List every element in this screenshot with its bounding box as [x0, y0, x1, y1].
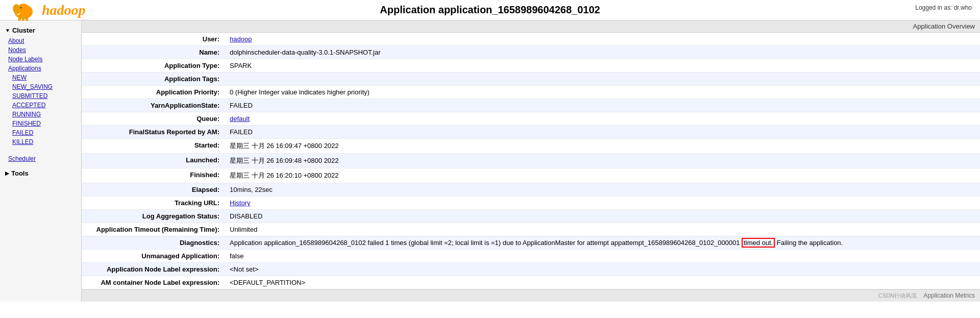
cluster-label: Cluster [12, 27, 35, 34]
page-title: Application application_1658989604268_01… [380, 4, 600, 16]
field-value: FAILED [225, 126, 980, 139]
field-value: FAILED [225, 99, 980, 112]
field-link[interactable]: default [230, 115, 250, 123]
table-row: YarnApplicationState:FAILED [82, 99, 980, 112]
table-row: Diagnostics:Application application_1658… [82, 236, 980, 250]
table-row: Launched:星期三 十月 26 16:09:48 +0800 2022 [82, 154, 980, 168]
field-label: Application Priority: [82, 86, 225, 99]
table-row: Application Timeout (Remaining Time):Unl… [82, 223, 980, 236]
field-value: DISABLED [225, 210, 980, 223]
field-value: default [225, 112, 980, 126]
sidebar-item-running[interactable]: RUNNING [0, 110, 81, 119]
tools-label: Tools [11, 169, 29, 177]
sidebar-item-accepted[interactable]: ACCEPTED [0, 101, 81, 110]
table-row: FinalStatus Reported by AM:FAILED [82, 126, 980, 139]
svg-rect-4 [18, 17, 21, 21]
field-label: FinalStatus Reported by AM: [82, 126, 225, 139]
hadoop-logo-icon [8, 0, 39, 23]
field-label: Name: [82, 46, 225, 59]
field-label: Started: [82, 139, 225, 154]
field-value: History [225, 197, 980, 210]
field-value: Unlimited [225, 223, 980, 236]
table-row: Elapsed:10mins, 22sec [82, 183, 980, 197]
sidebar-item-killed[interactable]: KILLED [0, 137, 81, 146]
sidebar-item-new-saving[interactable]: NEW_SAVING [0, 82, 81, 91]
field-label: Application Tags: [82, 72, 225, 86]
field-label: Finished: [82, 168, 225, 183]
field-value: <DEFAULT_PARTITION> [225, 276, 980, 289]
field-label: Tracking URL: [82, 197, 225, 210]
field-value: <Not set> [225, 263, 980, 276]
field-label: Application Node Label expression: [82, 263, 225, 276]
info-table: User:hadoopName:dolphinscheduler-data-qu… [82, 33, 980, 289]
footer-section: CSDN行动风流 Application Metrics [82, 289, 980, 302]
svg-rect-6 [26, 17, 28, 21]
field-value: hadoop [225, 33, 980, 46]
timed-out-highlight: timed out. [742, 238, 775, 248]
table-row: Log Aggregation Status:DISABLED [82, 210, 980, 223]
table-row: Tracking URL:History [82, 197, 980, 210]
table-row: Name:dolphinscheduler-data-quality-3.0.1… [82, 46, 980, 59]
table-row: Started:星期三 十月 26 16:09:47 +0800 2022 [82, 139, 980, 154]
field-label: User: [82, 33, 225, 46]
sidebar-item-new[interactable]: NEW [0, 73, 81, 82]
cluster-section: ▼ Cluster About Nodes Node Labels Applic… [0, 25, 81, 163]
field-link[interactable]: hadoop [230, 35, 252, 43]
field-value: 星期三 十月 26 16:09:48 +0800 2022 [225, 154, 980, 168]
sidebar: ▼ Cluster About Nodes Node Labels Applic… [0, 20, 82, 302]
main-content: Application Overview User:hadoopName:dol… [82, 20, 980, 302]
svg-point-2 [13, 4, 20, 13]
sidebar-item-submitted[interactable]: SUBMITTED [0, 91, 81, 101]
field-value: SPARK [225, 59, 980, 72]
sidebar-item-node-labels[interactable]: Node Labels [0, 55, 81, 64]
sidebar-item-about[interactable]: About [0, 36, 81, 45]
field-label: Log Aggregation Status: [82, 210, 225, 223]
page-header: hadoop Application application_165898960… [0, 0, 980, 20]
table-row: Queue:default [82, 112, 980, 126]
table-row: Finished:星期三 十月 26 16:20:10 +0800 2022 [82, 168, 980, 183]
field-label: Launched: [82, 154, 225, 168]
section-header: Application Overview [82, 20, 980, 33]
footer-note: CSDN行动风流 [878, 292, 917, 299]
field-value: Application application_1658989604268_01… [225, 236, 980, 250]
tools-arrow: ▶ [5, 170, 9, 176]
field-link[interactable]: History [230, 199, 250, 207]
svg-rect-5 [22, 17, 24, 21]
field-label: Queue: [82, 112, 225, 126]
cluster-section-title[interactable]: ▼ Cluster [0, 25, 81, 36]
logo-text: hadoop [42, 2, 86, 18]
field-value: dolphinscheduler-data-quality-3.0.1-SNAP… [225, 46, 980, 59]
field-label: Diagnostics: [82, 236, 225, 250]
field-label: AM container Node Label expression: [82, 276, 225, 289]
field-value: 星期三 十月 26 16:20:10 +0800 2022 [225, 168, 980, 183]
logo: hadoop [8, 0, 86, 23]
table-row: User:hadoop [82, 33, 980, 46]
tools-section-title[interactable]: ▶ Tools [0, 167, 81, 179]
field-value [225, 72, 980, 86]
tools-section: ▶ Tools [0, 167, 81, 179]
table-row: Application Type:SPARK [82, 59, 980, 72]
cluster-arrow: ▼ [5, 28, 10, 33]
sidebar-item-nodes[interactable]: Nodes [0, 45, 81, 55]
field-value: 10mins, 22sec [225, 183, 980, 197]
field-value: 星期三 十月 26 16:09:47 +0800 2022 [225, 139, 980, 154]
field-value: false [225, 250, 980, 263]
field-value: 0 (Higher Integer value indicates higher… [225, 86, 980, 99]
field-label: Elapsed: [82, 183, 225, 197]
sidebar-item-finished[interactable]: FINISHED [0, 119, 81, 128]
sidebar-item-failed[interactable]: FAILED [0, 128, 81, 137]
table-row: Application Tags: [82, 72, 980, 86]
table-row: Unmanaged Application:false [82, 250, 980, 263]
field-label: Unmanaged Application: [82, 250, 225, 263]
table-row: Application Node Label expression:<Not s… [82, 263, 980, 276]
svg-point-3 [20, 7, 22, 8]
table-row: Application Priority:0 (Higher Integer v… [82, 86, 980, 99]
table-row: AM container Node Label expression:<DEFA… [82, 276, 980, 289]
sidebar-item-applications[interactable]: Applications [0, 64, 81, 73]
field-label: YarnApplicationState: [82, 99, 225, 112]
field-label: Application Type: [82, 59, 225, 72]
sidebar-item-scheduler[interactable]: Scheduler [0, 154, 81, 163]
login-info: Logged in as: dr.who [915, 4, 972, 11]
field-label: Application Timeout (Remaining Time): [82, 223, 225, 236]
footer-label: Application Metrics [923, 292, 975, 299]
